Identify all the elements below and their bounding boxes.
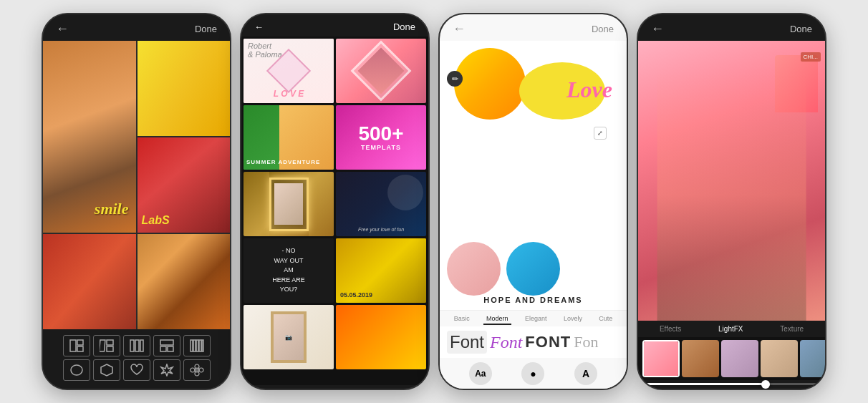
template-portrait-frame[interactable]: 📷 xyxy=(243,305,334,369)
slider-fill xyxy=(647,383,766,385)
font-style-tool[interactable]: A xyxy=(574,362,597,385)
shape-flower[interactable] xyxy=(183,359,211,381)
svg-rect-0 xyxy=(70,340,76,351)
font-tab-lovely[interactable]: Lovely xyxy=(561,314,585,325)
resize-handle[interactable]: ⤢ xyxy=(594,127,607,140)
template-golden-frame[interactable] xyxy=(243,172,334,236)
grid-shapes-row-1 xyxy=(47,335,226,356)
collage-grid: smile LabS xyxy=(43,41,230,329)
screen2-content: Robert& Paloma L O V E xyxy=(241,37,428,385)
effects-tabs: Effects LightFX Texture xyxy=(638,321,825,337)
shape-skew-grid[interactable] xyxy=(93,335,120,356)
font-tab-basic[interactable]: Basic xyxy=(451,314,473,325)
screen3-content: Love ✏ ⤢ xyxy=(440,41,627,389)
back-button-4[interactable]: ← xyxy=(651,21,664,37)
shape-circle[interactable] xyxy=(63,359,90,381)
font-sample-2[interactable]: FONT xyxy=(525,333,571,351)
template-dark-text[interactable]: - NO WAY OUT AM HERE ARE YOU? xyxy=(243,238,334,303)
bottom-toolbar xyxy=(43,329,230,389)
template-summer[interactable]: SUMMER ADVENTURE xyxy=(243,105,334,170)
shape-heart[interactable] xyxy=(123,359,150,381)
thumb-2[interactable] xyxy=(721,340,758,377)
canvas-icecream-photo[interactable] xyxy=(454,48,526,120)
pencil-icon[interactable]: ✏ xyxy=(447,71,463,87)
svg-point-22 xyxy=(199,368,203,372)
back-button-3[interactable]: ← xyxy=(453,21,466,37)
template-love[interactable]: Robert& Paloma L O V E xyxy=(243,39,334,103)
svg-rect-16 xyxy=(202,340,203,351)
thumb-3[interactable] xyxy=(761,340,798,377)
thumb-0[interactable] xyxy=(642,340,680,377)
canvas-bg: Love ✏ ⤢ xyxy=(440,41,627,310)
back-button-1[interactable]: ← xyxy=(56,21,69,37)
font-size-tool[interactable]: Aa xyxy=(469,362,492,385)
done-button-3[interactable]: Done xyxy=(592,24,614,34)
done-button-1[interactable]: Done xyxy=(195,24,217,34)
font-tab-cute[interactable]: Cute xyxy=(596,314,615,325)
font-sample-1[interactable]: Font xyxy=(490,333,522,352)
phone-screen-4: ← Done CHI... Effects LightFX Texture xyxy=(637,13,826,390)
canvas-circle-pink[interactable] xyxy=(447,242,501,296)
shape-hexagon[interactable] xyxy=(93,359,120,381)
font-sample-3[interactable]: Fon xyxy=(574,333,598,351)
svg-rect-3 xyxy=(100,340,105,351)
thumb-1[interactable] xyxy=(682,340,719,377)
phone-screen-1: ← Done smile xyxy=(42,13,231,390)
svg-rect-1 xyxy=(77,340,83,345)
collage-cell-yellow[interactable] xyxy=(138,41,231,136)
template-fun-collage[interactable]: Free your love of fun xyxy=(336,172,426,236)
photo-warm xyxy=(138,234,231,329)
canvas-bottom-photos xyxy=(447,242,560,296)
template-500plus[interactable]: 500+ TEMPLATS xyxy=(336,105,426,170)
effects-tab-effects[interactable]: Effects xyxy=(657,324,684,334)
template-yellow-dark[interactable]: 05.05.2019 xyxy=(336,238,426,303)
store-sign: CHI... xyxy=(801,52,821,62)
done-button-2[interactable]: Done xyxy=(393,21,415,32)
canvas-circle-beach[interactable] xyxy=(506,242,560,296)
svg-rect-7 xyxy=(135,340,139,351)
svg-rect-5 xyxy=(107,346,113,351)
font-samples-row: Font Font FONT Fon xyxy=(440,326,627,358)
screens-container: ← Done smile xyxy=(29,0,839,403)
svg-rect-8 xyxy=(140,340,143,351)
svg-point-17 xyxy=(71,365,82,375)
thumb-4[interactable] xyxy=(800,340,825,377)
template-500-sub: TEMPLATS xyxy=(361,144,401,151)
font-tab-elegant[interactable]: Elegant xyxy=(522,314,550,325)
collage-cell-red[interactable]: LabS xyxy=(138,137,231,233)
svg-rect-2 xyxy=(77,346,83,351)
template-500-number: 500+ xyxy=(358,124,403,144)
canvas-love-text[interactable]: Love xyxy=(566,77,612,103)
svg-rect-13 xyxy=(193,340,196,351)
slider-thumb[interactable] xyxy=(761,380,770,389)
canvas-area: Love ✏ ⤢ xyxy=(440,41,627,310)
font-sample-0[interactable]: Font xyxy=(447,331,487,354)
canvas-hope-text[interactable]: HOPE AND DREAMS xyxy=(483,296,582,304)
collage-cell-5[interactable] xyxy=(138,234,231,329)
template-couple[interactable] xyxy=(336,39,426,103)
grid-shapes-row-2 xyxy=(47,359,226,381)
effects-tab-texture[interactable]: Texture xyxy=(777,324,806,334)
font-color-tool[interactable]: ● xyxy=(521,362,544,385)
svg-rect-9 xyxy=(160,340,173,345)
thumbnail-strip xyxy=(638,337,825,380)
svg-rect-15 xyxy=(199,340,201,351)
shape-two-row[interactable] xyxy=(153,335,180,356)
slider-track[interactable] xyxy=(647,383,816,385)
shape-burst[interactable] xyxy=(153,359,180,381)
shape-three-col[interactable] xyxy=(123,335,150,356)
done-button-4[interactable]: Done xyxy=(790,24,812,34)
template-colorful[interactable] xyxy=(336,305,426,369)
photo-yellow xyxy=(138,41,231,136)
shape-rect-grid[interactable] xyxy=(63,335,90,356)
collage-cell-main[interactable]: smile xyxy=(43,41,136,233)
back-button-2[interactable]: ← xyxy=(254,21,264,32)
photo-girl-hat: smile xyxy=(43,41,136,233)
shape-five-col[interactable] xyxy=(183,335,211,356)
effects-tab-lightfx[interactable]: LightFX xyxy=(715,324,746,334)
svg-rect-10 xyxy=(160,346,166,351)
collage-cell-sunglasses[interactable] xyxy=(43,234,136,329)
font-tab-modern[interactable]: Modern xyxy=(483,314,511,325)
svg-rect-4 xyxy=(107,340,113,345)
font-tabs: Basic Modern Elegant Lovely Cute xyxy=(440,310,627,326)
